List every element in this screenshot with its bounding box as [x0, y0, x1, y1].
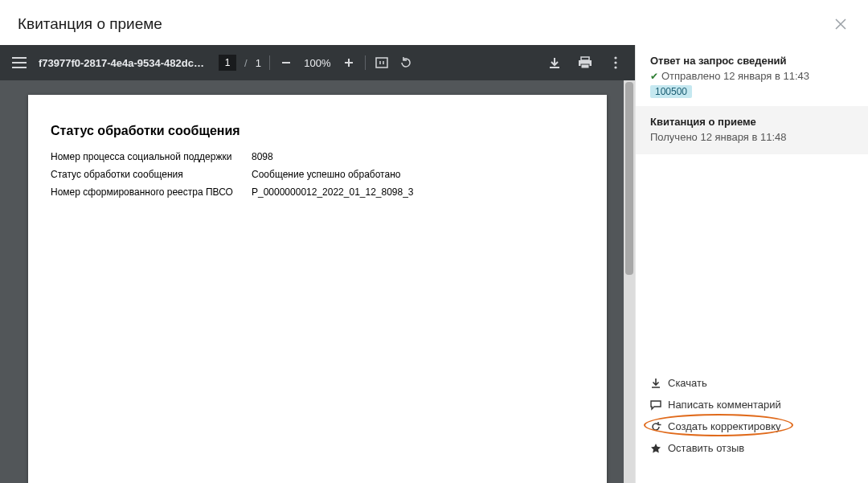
download-icon — [650, 378, 661, 389]
menu-icon[interactable] — [11, 55, 27, 71]
rotate-icon[interactable] — [398, 55, 414, 71]
zoom-value: 100% — [302, 57, 333, 69]
modal-header: Квитанция о приеме — [0, 0, 868, 45]
feed-item-badge: 100500 — [650, 85, 692, 98]
doc-row-value: Сообщение успешно обработано — [252, 169, 400, 180]
action-list: Скачать Написать комментарий Создать кор… — [636, 364, 868, 483]
pdf-filename: f73977f0-2817-4e4a-9534-482dc6… — [39, 57, 207, 69]
pdf-viewer: f73977f0-2817-4e4a-9534-482dc6… 1 / 1 10… — [0, 45, 635, 483]
modal-title: Квитанция о приеме — [18, 15, 162, 33]
star-icon — [650, 443, 661, 454]
feed-item-status-text: Получено 12 января в 11:48 — [650, 131, 786, 143]
toolbar-divider — [269, 55, 270, 70]
action-label: Создать корректировку — [668, 420, 781, 432]
page-separator: / — [244, 57, 248, 69]
feed-item[interactable]: Ответ на запрос сведений ✔ Отправлено 12… — [636, 45, 868, 106]
doc-row-value: 8098 — [252, 151, 273, 162]
comment-icon — [650, 399, 661, 411]
correction-icon — [650, 421, 661, 432]
doc-row-label: Номер процесса социальной поддержки — [51, 151, 252, 162]
action-label: Написать комментарий — [668, 399, 781, 411]
svg-point-5 — [614, 61, 616, 63]
feed-list: Ответ на запрос сведений ✔ Отправлено 12… — [636, 45, 868, 154]
feed-item-title: Ответ на запрос сведений — [650, 55, 855, 67]
page-total: 1 — [256, 57, 261, 69]
more-icon[interactable] — [608, 55, 624, 71]
feed-item-status-text: Отправлено 12 января в 11:43 — [661, 70, 809, 82]
feed-item[interactable]: Квитанция о приеме Получено 12 января в … — [636, 106, 868, 154]
action-label: Оставить отзыв — [668, 442, 744, 454]
doc-row: Номер сформированного реестра ПВСО P_000… — [51, 186, 584, 198]
fit-page-icon[interactable] — [374, 55, 390, 71]
svg-rect-1 — [581, 57, 589, 60]
feed-item-status: Получено 12 января в 11:48 — [650, 131, 855, 143]
toolbar-divider — [365, 55, 366, 70]
review-action[interactable]: Оставить отзыв — [650, 437, 855, 459]
doc-row: Статус обработки сообщения Сообщение усп… — [51, 169, 584, 180]
doc-row-label: Номер сформированного реестра ПВСО — [51, 186, 252, 198]
close-icon[interactable] — [831, 14, 850, 34]
side-panel: Ответ на запрос сведений ✔ Отправлено 12… — [635, 45, 868, 483]
doc-row-label: Статус обработки сообщения — [51, 169, 252, 180]
check-icon: ✔ — [650, 71, 658, 82]
svg-point-4 — [614, 56, 616, 59]
doc-row-value: P_0000000012_2022_01_12_8098_3 — [252, 186, 414, 198]
scrollbar-thumb[interactable] — [625, 82, 633, 275]
correction-action[interactable]: Создать корректировку — [650, 415, 855, 437]
feed-item-status: ✔ Отправлено 12 января в 11:43 — [650, 70, 855, 82]
content-area: f73977f0-2817-4e4a-9534-482dc6… 1 / 1 10… — [0, 45, 868, 483]
feed-item-title: Квитанция о приеме — [650, 116, 855, 128]
action-label: Скачать — [668, 377, 707, 389]
print-icon[interactable] — [577, 55, 593, 71]
doc-heading: Статус обработки сообщения — [51, 124, 584, 138]
download-icon[interactable] — [547, 55, 563, 71]
scrollbar[interactable] — [624, 80, 635, 483]
page-current-input[interactable]: 1 — [219, 55, 236, 71]
svg-rect-0 — [376, 58, 387, 68]
zoom-in-icon[interactable] — [341, 55, 357, 71]
doc-row: Номер процесса социальной поддержки 8098 — [51, 151, 584, 162]
pdf-body[interactable]: Статус обработки сообщения Номер процесс… — [0, 80, 635, 483]
download-action[interactable]: Скачать — [650, 372, 855, 394]
pdf-toolbar: f73977f0-2817-4e4a-9534-482dc6… 1 / 1 10… — [0, 45, 635, 80]
zoom-out-icon[interactable] — [278, 55, 294, 71]
pdf-page: Статус обработки сообщения Номер процесс… — [28, 95, 607, 483]
svg-rect-3 — [581, 64, 589, 68]
comment-action[interactable]: Написать комментарий — [650, 394, 855, 415]
svg-point-6 — [614, 66, 616, 68]
